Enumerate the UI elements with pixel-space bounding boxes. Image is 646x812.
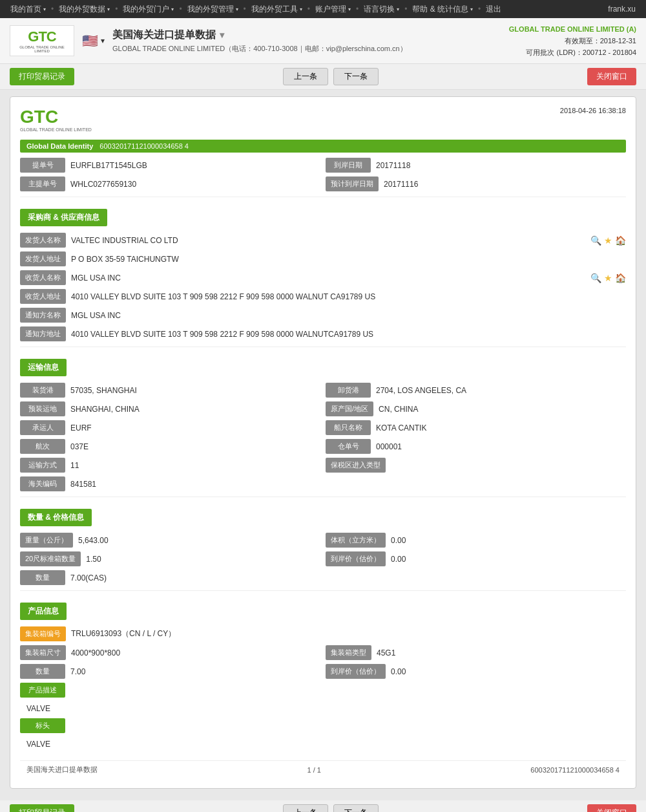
voyage-value: 037E [70, 442, 320, 451]
search-icon[interactable]: 🔍 [590, 235, 601, 246]
home-icon[interactable]: 🏠 [615, 273, 626, 283]
nav-home[interactable]: 我的首页 ▾ [5, 0, 51, 18]
arrival-price-value: 0.00 [391, 555, 626, 564]
ports-row: 装货港 57035, SHANGHAI 卸货港 2704, LOS ANGELE… [20, 383, 626, 398]
voyage-label: 航次 [20, 439, 65, 454]
master-bill-row: 主提单号 WHLC0277659130 预计到岸日期 20171116 [20, 176, 626, 191]
search-icon[interactable]: 🔍 [590, 273, 601, 283]
pagination-left: 美国海关进口提单数据 [26, 765, 98, 775]
container-no-label: 集装箱编号 [20, 626, 66, 641]
transport-ftz-row: 运输方式 11 保税区进入类型 [20, 458, 626, 473]
carrier-value: EURF [70, 423, 320, 433]
nav-trade-data[interactable]: 我的外贸数据 ▾ [54, 0, 115, 18]
quantity-section-header: 数量 & 价格信息 [20, 509, 92, 526]
container20-price-row: 20尺标准箱数量 1.50 到岸价（估价） 0.00 [20, 551, 626, 566]
transport-mode-value: 11 [70, 461, 320, 470]
container-size-type-row: 集装箱尺寸 4000*900*800 集装箱类型 45G1 [20, 645, 626, 660]
loading-port-value: 57035, SHANGHAI [70, 386, 320, 395]
marks-label: 标头 [20, 718, 65, 733]
close-button-bottom[interactable]: 关闭窗口 [587, 804, 636, 812]
notify-name-value: MGL USA INC [71, 311, 626, 320]
navigation-buttons-bottom: 上一条 下一条 [74, 804, 587, 812]
discharge-port-label: 卸货港 [326, 383, 371, 398]
shipper-addr-row: 发货人地址 P O BOX 35-59 TAICHUNGTW [20, 251, 626, 266]
consignee-addr-row: 收货人地址 4010 VALLEY BLVD SUITE 103 T 909 5… [20, 289, 626, 304]
loading-port-label: 装货港 [20, 383, 65, 398]
arrival-price2-value: 0.00 [391, 667, 626, 676]
bill-no-label: 提单号 [20, 158, 65, 173]
identity-row: Global Data Identity 6003201711210000346… [20, 140, 626, 153]
container20-label: 20尺标准箱数量 [20, 551, 81, 566]
close-button-top[interactable]: 关闭窗口 [587, 68, 636, 85]
prev-button-bottom[interactable]: 上一条 [283, 804, 328, 812]
marks-value: VALVE [20, 737, 626, 754]
us-flag-icon: 🇺🇸 [82, 33, 98, 48]
top-toolbar: 打印贸易记录 上一条 下一条 关闭窗口 [0, 64, 646, 90]
next-button-bottom[interactable]: 下一条 [333, 804, 379, 812]
ldr-info: 可用批次 (LDR)：200712 - 201804 [509, 47, 636, 58]
identity-label: Global Data Identity [26, 142, 93, 150]
chevron-down-icon: ▾ [220, 30, 224, 40]
consignee-name-label: 收货人名称 [20, 270, 66, 285]
qty2-price2-row: 数量 7.00 到岸价（估价） 0.00 [20, 664, 626, 679]
home-icon[interactable]: 🏠 [615, 235, 626, 246]
flag-selector[interactable]: 🇺🇸 ▾ [82, 33, 105, 48]
container-no-value: TRLU6913093（CN / L / CY） [71, 628, 626, 639]
customs-code-label: 海关编码 [20, 476, 65, 491]
origin-row: 预装运地 SHANGHAI, CHINA 原产国/地区 CN, CHINA [20, 401, 626, 416]
container-type-label: 集装箱类型 [326, 645, 371, 660]
nav-logout[interactable]: 退出 [481, 0, 506, 18]
shipper-addr-label: 发货人地址 [20, 251, 66, 266]
consignee-addr-label: 收货人地址 [20, 289, 66, 304]
nav-tools[interactable]: 我的外贸工具 ▾ [246, 0, 307, 18]
shipper-name-label: 发货人名称 [20, 233, 66, 248]
vessel-label: 船只名称 [326, 420, 371, 435]
card-header: GTC GLOBAL TRADE ONLINE LIMITED 2018-04-… [20, 107, 626, 132]
nav-portal[interactable]: 我的外贸门户 ▾ [118, 0, 179, 18]
nav-help[interactable]: 帮助 & 统计信息 ▾ [407, 0, 478, 18]
carrier-label: 承运人 [20, 420, 65, 435]
container-type-value: 45G1 [377, 648, 626, 657]
page-subtitle: GLOBAL TRADE ONLINE LIMITED（电话：400-710-3… [112, 44, 509, 54]
chevron-down-icon: ▾ [397, 6, 399, 12]
master-bill-value: WHLC0277659130 [70, 180, 320, 189]
weight-volume-row: 重量（公斤） 5,643.00 体积（立方米） 0.00 [20, 533, 626, 548]
print-button-top[interactable]: 打印贸易记录 [10, 68, 74, 85]
star-icon[interactable]: ★ [604, 235, 612, 246]
nav-language[interactable]: 语言切换 ▾ [359, 0, 404, 18]
pagination-row: 美国海关进口提单数据 1 / 1 600320171121000034658 4 [20, 760, 626, 778]
prev-button-top[interactable]: 上一条 [283, 68, 328, 85]
nav-management[interactable]: 我的外贸管理 ▾ [182, 0, 244, 18]
container20-value: 1.50 [86, 555, 320, 564]
container-no-row: 集装箱编号 TRLU6913093（CN / L / CY） [20, 626, 626, 641]
chevron-down-icon: ▾ [171, 6, 174, 12]
identity-value: 600320171121000034658 4 [99, 142, 189, 150]
arrival-price-label: 到岸价（估价） [326, 551, 386, 566]
carrier-vessel-row: 承运人 EURF 船只名称 KOTA CANTIK [20, 420, 626, 435]
product-desc-label: 产品描述 [20, 683, 65, 698]
bill-container-label: 仓单号 [326, 439, 371, 454]
arrival-price2-label: 到岸价（估价） [326, 664, 386, 679]
quantity-value: 7.00(CAS) [70, 573, 626, 582]
volume-label: 体积（立方米） [326, 533, 386, 548]
notify-addr-value: 4010 VALLEY BLVD SUITE 103 T 909 598 221… [71, 330, 626, 339]
print-button-bottom[interactable]: 打印贸易记录 [10, 804, 74, 812]
shipper-addr-value: P O BOX 35-59 TAICHUNGTW [71, 255, 626, 264]
next-button-top[interactable]: 下一条 [333, 68, 379, 85]
marks-section: 标头 [20, 718, 626, 733]
bill-no-row: 提单号 EURFLB17T1545LGB 到岸日期 20171118 [20, 158, 626, 173]
product-desc-value: VALVE [20, 701, 626, 718]
page-title: 美国海关进口提单数据 [112, 28, 216, 42]
arrival-date-value: 20171118 [376, 161, 626, 170]
logo: GTC GLOBAL TRADE ONLINE LIMITED [10, 25, 74, 56]
consignee-addr-value: 4010 VALLEY BLVD SUITE 103 T 909 598 221… [71, 292, 626, 301]
title-area: 美国海关进口提单数据 ▾ GLOBAL TRADE ONLINE LIMITED… [112, 28, 509, 54]
chevron-down-icon: ▾ [348, 6, 351, 12]
nav-account[interactable]: 账户管理 ▾ [310, 0, 356, 18]
vessel-value: KOTA CANTIK [376, 423, 626, 433]
star-icon[interactable]: ★ [604, 273, 612, 283]
shipper-name-row: 发货人名称 VALTEC INDUSTRIAL CO LTD 🔍 ★ 🏠 [20, 233, 626, 248]
pagination-middle: 1 / 1 [307, 766, 320, 774]
estimated-arrival-value: 20171116 [384, 180, 626, 189]
chevron-down-icon: ▾ [470, 6, 473, 12]
